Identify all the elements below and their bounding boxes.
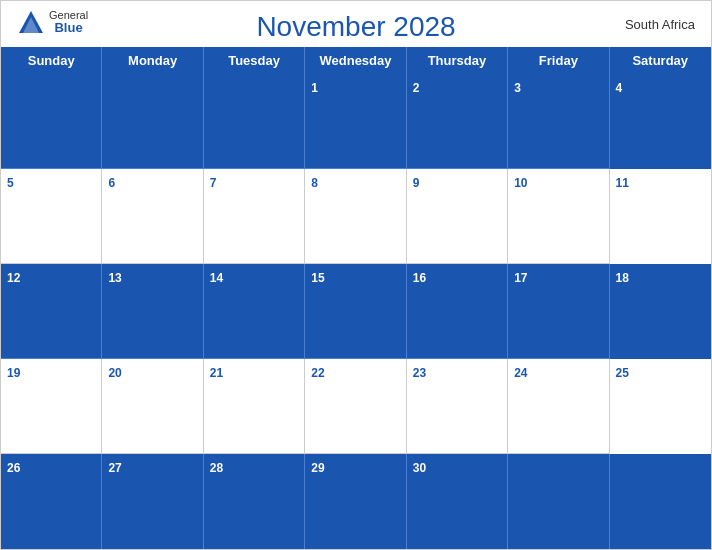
day-monday: Monday [102,47,203,74]
calendar-cell: 23 [407,359,508,454]
logo-blue-text: Blue [54,21,82,35]
calendar-cell: 12 [1,264,102,359]
cell-number: 11 [616,176,629,190]
cell-number: 15 [311,271,324,285]
calendar-rows: 1234567891011121314151617181920212223242… [1,74,711,549]
calendar-cell [204,74,305,169]
calendar-cell [102,74,203,169]
calendar-cell [610,454,711,549]
cell-number: 28 [210,461,223,475]
country-label: South Africa [625,17,695,32]
cell-number: 12 [7,271,20,285]
day-thursday: Thursday [407,47,508,74]
calendar-cell: 22 [305,359,406,454]
generalblue-logo-icon [17,9,45,37]
calendar-cell: 3 [508,74,609,169]
cell-number: 18 [616,271,629,285]
calendar-cell: 21 [204,359,305,454]
logo-text-area: General Blue [49,9,88,35]
calendar: General Blue November 2028 South Africa … [0,0,712,550]
cell-number: 21 [210,366,223,380]
calendar-cell: 29 [305,454,406,549]
cell-number: 26 [7,461,20,475]
cell-number: 8 [311,176,318,190]
cell-number: 4 [616,81,623,95]
calendar-header: General Blue November 2028 South Africa [1,1,711,47]
calendar-row-4: 19202122232425 [1,359,711,454]
day-sunday: Sunday [1,47,102,74]
cell-number: 6 [108,176,115,190]
cell-number: 16 [413,271,426,285]
calendar-cell: 25 [610,359,711,454]
calendar-cell: 6 [102,169,203,264]
calendar-cell: 16 [407,264,508,359]
calendar-row-3: 12131415161718 [1,264,711,359]
calendar-row-2: 567891011 [1,169,711,264]
calendar-cell: 26 [1,454,102,549]
calendar-cell: 7 [204,169,305,264]
day-friday: Friday [508,47,609,74]
cell-number: 14 [210,271,223,285]
calendar-cell: 9 [407,169,508,264]
calendar-cell: 19 [1,359,102,454]
calendar-cell [508,454,609,549]
cell-number: 29 [311,461,324,475]
calendar-cell: 27 [102,454,203,549]
calendar-cell: 13 [102,264,203,359]
calendar-cell [1,74,102,169]
cell-number: 5 [7,176,14,190]
day-wednesday: Wednesday [305,47,406,74]
cell-number: 10 [514,176,527,190]
cell-number: 22 [311,366,324,380]
calendar-cell: 20 [102,359,203,454]
cell-number: 7 [210,176,217,190]
calendar-cell: 30 [407,454,508,549]
logo-wrapper: General Blue [17,9,88,37]
calendar-cell: 14 [204,264,305,359]
cell-number: 17 [514,271,527,285]
cell-number: 27 [108,461,121,475]
day-saturday: Saturday [610,47,711,74]
cell-number: 2 [413,81,420,95]
calendar-row-5: 2627282930 [1,454,711,549]
calendar-cell: 28 [204,454,305,549]
calendar-cell: 18 [610,264,711,359]
calendar-cell: 17 [508,264,609,359]
calendar-cell: 10 [508,169,609,264]
cell-number: 9 [413,176,420,190]
month-title: November 2028 [256,11,455,43]
cell-number: 3 [514,81,521,95]
calendar-cell: 4 [610,74,711,169]
cell-number: 1 [311,81,318,95]
calendar-cell: 5 [1,169,102,264]
cell-number: 25 [616,366,629,380]
cell-number: 20 [108,366,121,380]
day-tuesday: Tuesday [204,47,305,74]
calendar-cell: 24 [508,359,609,454]
cell-number: 19 [7,366,20,380]
calendar-cell: 8 [305,169,406,264]
calendar-cell: 1 [305,74,406,169]
cell-number: 23 [413,366,426,380]
cell-number: 30 [413,461,426,475]
calendar-cell: 2 [407,74,508,169]
days-header: Sunday Monday Tuesday Wednesday Thursday… [1,47,711,74]
calendar-row-1: 1234 [1,74,711,169]
cell-number: 13 [108,271,121,285]
cell-number: 24 [514,366,527,380]
calendar-cell: 11 [610,169,711,264]
calendar-cell: 15 [305,264,406,359]
logo-area: General Blue [17,9,88,37]
